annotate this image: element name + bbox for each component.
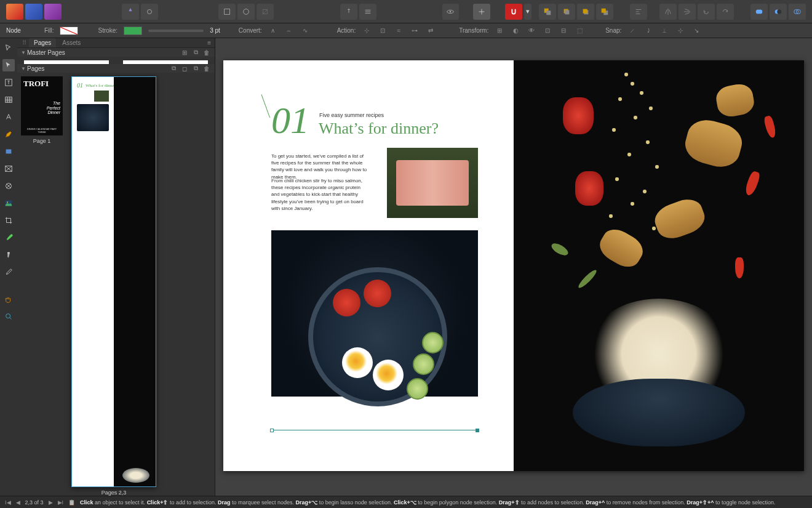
preflight-icon[interactable]: 📋 (68, 499, 75, 506)
prev-page-icon[interactable]: ◀ (16, 499, 20, 506)
flip-h-icon[interactable] (659, 4, 677, 20)
artistic-text-tool-icon[interactable] (2, 111, 15, 123)
action-reverse-icon[interactable]: ⇄ (426, 26, 436, 36)
persona-designer-icon[interactable] (6, 4, 23, 20)
transform-6-icon[interactable]: ⬚ (575, 26, 584, 36)
next-page-icon[interactable]: ▶ (49, 499, 53, 506)
wrap-outline-icon[interactable] (237, 4, 255, 20)
wrap-settings-icon[interactable] (218, 4, 236, 20)
master-collapse-icon[interactable]: ▼ (21, 50, 27, 55)
spread-facing-icon[interactable]: ⧉ (169, 64, 178, 73)
pen-tool-icon[interactable] (2, 128, 15, 140)
image-salmon[interactable] (387, 148, 478, 218)
text-frame-tool-icon[interactable] (2, 76, 15, 89)
rotate-ccw-icon[interactable] (698, 4, 715, 20)
boolean-add-icon[interactable] (750, 4, 768, 20)
node-handle-start[interactable] (270, 429, 274, 432)
snap-1-icon[interactable]: ⟋ (627, 26, 637, 36)
article-subtitle[interactable]: Five easy summer recipes (319, 112, 384, 118)
brush-tool-icon[interactable] (2, 232, 15, 244)
arrange-back-icon[interactable] (539, 4, 556, 20)
article-number[interactable]: 01 (271, 99, 309, 142)
pages-collapse-icon[interactable]: ▼ (21, 66, 27, 71)
page-2[interactable]: 01 Five easy summer recipes What’s for d… (223, 60, 514, 471)
action-smooth-icon[interactable]: ≈ (394, 26, 404, 36)
snapping-icon[interactable] (473, 4, 490, 20)
first-page-icon[interactable]: I◀ (5, 499, 11, 506)
convert-smart-icon[interactable]: ∿ (300, 26, 310, 36)
document-canvas[interactable]: 01 Five easy summer recipes What’s for d… (215, 38, 812, 496)
eyedropper-tool-icon[interactable] (2, 266, 15, 278)
crop-tool-icon[interactable] (2, 214, 15, 227)
action-break-icon[interactable]: ⊹ (362, 26, 372, 36)
node-handle-end[interactable] (476, 429, 479, 432)
fill-tool-icon[interactable] (2, 249, 15, 261)
master-item-a[interactable]: Master A (21, 60, 112, 64)
transform-3-icon[interactable]: 👁 (527, 26, 536, 36)
snap-3-icon[interactable]: ⟂ (659, 26, 669, 36)
snap-toggle-icon[interactable] (505, 4, 522, 20)
page-thumbnail-1[interactable]: TROFI The Perfect Dinner DINING CALENDAR… (21, 76, 63, 496)
action-join-icon[interactable]: ⊶ (410, 26, 420, 36)
snap-5-icon[interactable]: ↘ (691, 26, 701, 36)
svg-rect-10 (565, 10, 569, 14)
body-para-2[interactable]: From chilli chicken stir fry to miso sal… (271, 177, 370, 212)
add-page-icon[interactable]: ◻ (180, 64, 189, 73)
transform-4-icon[interactable]: ⊡ (543, 26, 552, 36)
duplicate-master-icon[interactable]: ⧉ (191, 48, 200, 57)
stroke-width-value[interactable]: 3 pt (210, 27, 220, 34)
page-thumbnail-23[interactable]: 01 What's for dinner? Pages 2,3 (71, 76, 156, 496)
fill-swatch[interactable] (60, 26, 78, 35)
snap-options-dropdown[interactable]: ▾ (524, 4, 531, 20)
page-3[interactable] (514, 60, 804, 471)
delete-page-icon[interactable]: 🗑 (202, 64, 211, 73)
pan-tool-icon[interactable] (2, 293, 15, 305)
zoom-tool-icon[interactable] (2, 310, 15, 323)
table-tool-icon[interactable] (2, 94, 15, 106)
duplicate-page-icon[interactable]: ⧉ (191, 64, 200, 73)
preview-mode-icon[interactable] (442, 4, 459, 20)
stroke-swatch[interactable] (124, 26, 142, 35)
place-image-tool-icon[interactable] (2, 197, 15, 209)
add-master-icon[interactable]: ⊞ (180, 48, 189, 57)
toolbar-btn-a1[interactable] (122, 4, 139, 20)
boolean-sub-icon[interactable] (770, 4, 787, 20)
ellipse-frame-tool-icon[interactable] (2, 180, 15, 192)
article-title[interactable]: What’s for dinner? (319, 119, 439, 138)
action-close-icon[interactable]: ⊡ (378, 26, 388, 36)
convert-smooth-icon[interactable]: ⌢ (284, 26, 294, 36)
spread-pages-2-3[interactable]: 01 Five easy summer recipes What’s for d… (223, 60, 804, 471)
wrap-none-icon[interactable] (257, 4, 274, 20)
boolean-int-icon[interactable] (789, 4, 806, 20)
selected-path[interactable] (271, 430, 478, 430)
pages-tab[interactable]: Pages (29, 38, 56, 47)
last-page-icon[interactable]: ▶I (58, 499, 64, 506)
stroke-width-slider[interactable] (148, 30, 204, 32)
align-left-icon[interactable] (630, 4, 647, 20)
persona-photo-icon[interactable] (25, 4, 42, 20)
arrange-forward-icon[interactable] (577, 4, 594, 20)
body-para-1[interactable]: To get you started, we've compiled a lis… (271, 153, 370, 180)
node-tool-icon[interactable] (2, 59, 15, 71)
delete-master-icon[interactable]: 🗑 (202, 48, 211, 57)
image-eggs-bowl[interactable] (271, 230, 478, 397)
persona-publisher-icon[interactable] (44, 4, 62, 20)
flip-v-icon[interactable] (679, 4, 696, 20)
transform-2-icon[interactable]: ◐ (511, 26, 520, 36)
assets-tab[interactable]: Assets (57, 38, 86, 47)
transform-1-icon[interactable]: ⊞ (495, 26, 504, 36)
panel-menu-icon[interactable]: ≡ (207, 39, 211, 46)
move-tool-icon[interactable] (2, 42, 15, 54)
rectangle-tool-icon[interactable] (2, 145, 15, 158)
transform-5-icon[interactable]: ⊟ (559, 26, 568, 36)
pin-icon[interactable] (340, 4, 357, 20)
toolbar-btn-a2[interactable] (141, 4, 158, 20)
arrange-backward-icon[interactable] (558, 4, 575, 20)
snap-2-icon[interactable]: ⤸ (643, 26, 653, 36)
rotate-cw-icon[interactable] (717, 4, 734, 20)
baseline-grid-icon[interactable] (359, 4, 376, 20)
image-frame-tool-icon[interactable] (2, 163, 15, 175)
convert-sharp-icon[interactable]: ∧ (268, 26, 278, 36)
arrange-front-icon[interactable] (596, 4, 613, 20)
snap-4-icon[interactable]: ⊹ (675, 26, 685, 36)
